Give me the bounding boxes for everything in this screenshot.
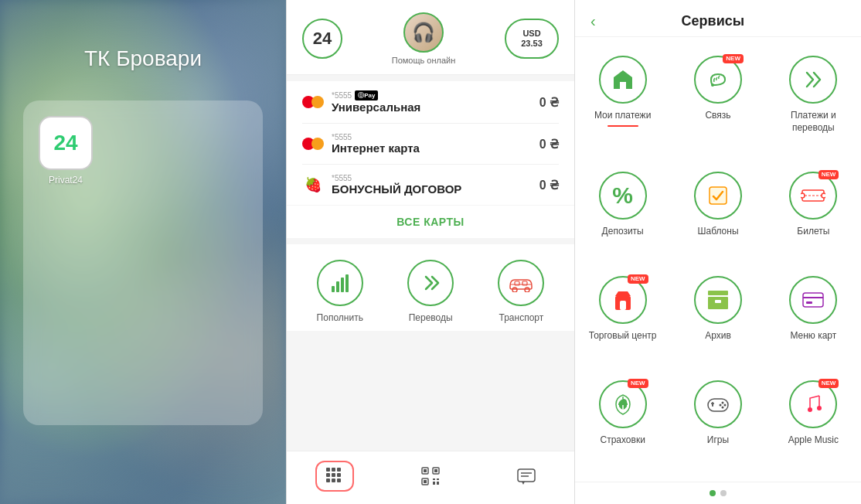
action-transport[interactable]: Транспорт: [498, 260, 544, 323]
card-name: Интернет карта: [332, 141, 539, 155]
tickets-icon: NEW: [789, 172, 837, 220]
nav-qr[interactable]: [411, 461, 450, 492]
bottom-nav: [287, 451, 574, 504]
cards-section: *5555 ⓪Pay Универсальная 0 ₴ *5555 Интер…: [287, 81, 574, 205]
usd-text: USD 23.53: [521, 29, 543, 49]
svg-point-53: [723, 404, 726, 407]
svg-rect-46: [806, 301, 812, 304]
dot-2[interactable]: [720, 490, 727, 496]
app-icon-wrapper[interactable]: 24 Privat24: [39, 116, 93, 186]
tickets-label: Билеты: [797, 226, 829, 238]
services-header: ‹ Сервисы: [575, 0, 861, 37]
svg-rect-17: [337, 478, 341, 482]
games-icon: [694, 380, 742, 428]
card-item[interactable]: 🍓 *5555 БОНУСНЫЙ ДОГОВОР 0 ₴: [302, 165, 559, 205]
service-tickets[interactable]: NEW Билеты: [766, 161, 861, 265]
svg-rect-44: [803, 293, 823, 307]
page-dots: [575, 482, 861, 504]
communication-label: Связь: [705, 110, 730, 122]
support-label: Помощь онлайн: [392, 56, 456, 65]
strawberry-icon: 🍓: [302, 177, 324, 192]
service-archive[interactable]: Архив: [670, 265, 765, 369]
service-communication[interactable]: NEW Связь: [670, 45, 765, 161]
svg-rect-28: [518, 469, 535, 482]
services-title: Сервисы: [604, 13, 822, 29]
archive-icon: [694, 276, 742, 324]
svg-rect-10: [332, 468, 335, 472]
svg-rect-34: [710, 187, 727, 204]
svg-rect-13: [332, 473, 335, 477]
all-cards-button[interactable]: ВСЕ КАРТЫ: [287, 206, 574, 238]
mall-label: Торговый центр: [589, 330, 657, 342]
svg-rect-27: [437, 482, 439, 485]
svg-rect-2: [341, 278, 344, 292]
service-insurance[interactable]: NEW Страховки: [575, 369, 670, 474]
svg-point-58: [817, 406, 822, 410]
card-info: *5555 Интернет карта: [332, 133, 539, 155]
support-avatar: 🎧: [403, 12, 444, 53]
header-usd[interactable]: USD 23.53: [505, 19, 559, 59]
payments-transfers-icon: [789, 56, 837, 104]
service-my-payments[interactable]: Мои платежи: [575, 45, 670, 161]
service-apple-music[interactable]: NEW Apple Music: [766, 369, 861, 474]
apple-pay-badge: ⓪Pay: [355, 90, 378, 100]
card-item[interactable]: *5555 ⓪Pay Универсальная 0 ₴: [302, 81, 559, 124]
svg-rect-21: [434, 469, 437, 472]
nav-grid[interactable]: [315, 461, 354, 492]
mastercard-icon: [302, 94, 324, 110]
my-payments-icon: [599, 56, 647, 104]
new-badge: NEW: [818, 170, 839, 179]
app-header: 24 🎧 Помощь онлайн USD 23.53: [287, 0, 574, 75]
communication-icon: NEW: [694, 56, 742, 104]
svg-rect-11: [337, 468, 341, 472]
service-mall[interactable]: NEW Торговый центр: [575, 265, 670, 369]
new-badge: NEW: [628, 379, 648, 388]
action-topup[interactable]: Пополнить: [317, 260, 363, 323]
service-payments-transfers[interactable]: Платежи и переводы: [766, 45, 861, 161]
card-name: Универсальная: [332, 100, 539, 114]
active-underline: [607, 125, 638, 127]
svg-rect-3: [345, 274, 349, 292]
games-label: Игры: [707, 434, 729, 447]
card-info: *5555 ⓪Pay Универсальная: [332, 90, 539, 114]
action-transfer[interactable]: Переводы: [407, 260, 454, 323]
svg-rect-12: [326, 473, 330, 477]
dot-1[interactable]: [710, 490, 716, 496]
svg-rect-9: [326, 468, 330, 472]
service-card-menu[interactable]: Меню карт: [766, 265, 861, 369]
payments-transfers-label: Платежи и переводы: [772, 110, 855, 134]
service-templates[interactable]: Шаблоны: [670, 161, 765, 265]
new-badge: NEW: [818, 379, 839, 388]
ios-widget: 24 Privat24: [23, 100, 263, 425]
card-balance: 0 ₴: [539, 137, 559, 152]
service-games[interactable]: Игры: [670, 369, 765, 474]
card-menu-label: Меню карт: [790, 330, 836, 342]
svg-marker-31: [522, 482, 525, 485]
header-support[interactable]: 🎧 Помощь онлайн: [392, 12, 456, 65]
nav-chat[interactable]: [507, 461, 546, 492]
insurance-icon: NEW: [599, 380, 647, 428]
svg-point-36: [801, 193, 805, 198]
templates-icon: [694, 172, 742, 220]
svg-rect-1: [336, 281, 339, 292]
topup-icon: [317, 260, 363, 306]
svg-point-52: [721, 402, 723, 404]
ios-screen: ТК Бровари 24 Privat24: [0, 0, 286, 504]
svg-point-37: [822, 193, 825, 198]
svg-point-7: [525, 288, 529, 292]
ios-title: ТК Бровари: [0, 46, 286, 71]
svg-rect-15: [326, 478, 330, 482]
services-grid: Мои платежи NEW Связь: [575, 37, 861, 482]
transfer-label: Переводы: [409, 312, 453, 323]
back-icon[interactable]: ‹: [590, 12, 596, 30]
service-deposits[interactable]: % Депозиты: [575, 161, 670, 265]
app-icon[interactable]: 24: [39, 116, 93, 170]
card-item[interactable]: *5555 Интернет карта 0 ₴: [302, 124, 559, 165]
header-number[interactable]: 24: [302, 19, 342, 59]
mall-icon: NEW: [599, 276, 647, 324]
services-panel: ‹ Сервисы Мои платежи NEW: [575, 0, 861, 504]
svg-point-54: [719, 404, 721, 407]
svg-rect-23: [424, 480, 427, 483]
svg-rect-24: [433, 478, 435, 480]
app-label: Privat24: [49, 175, 83, 186]
